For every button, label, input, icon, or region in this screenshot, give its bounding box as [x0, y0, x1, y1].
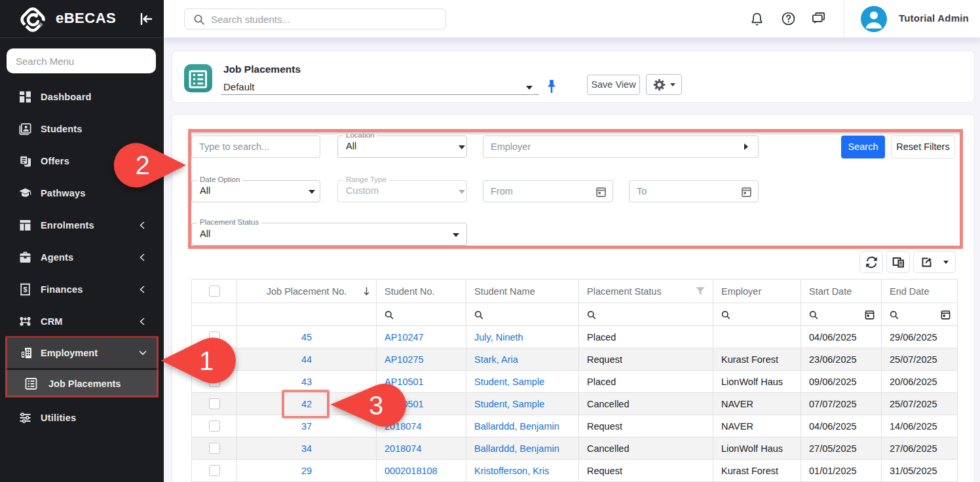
svg-text:$: $ — [23, 285, 27, 293]
